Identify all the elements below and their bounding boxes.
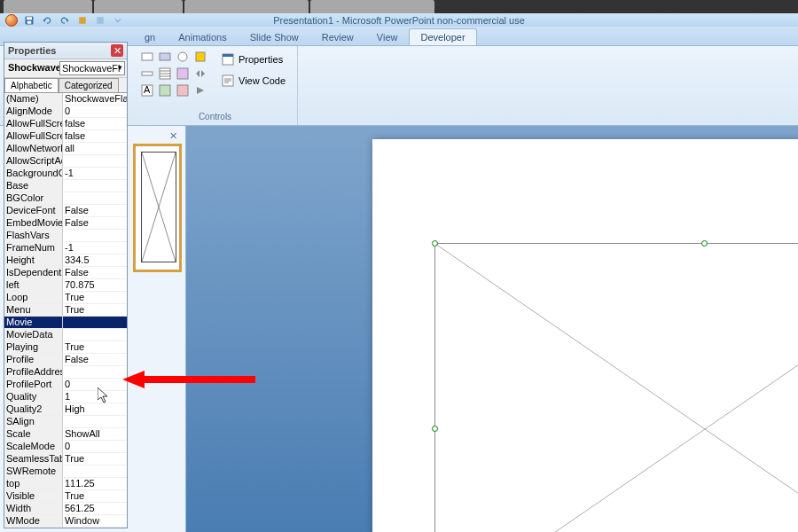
property-row[interactable]: MenuTrue bbox=[4, 304, 127, 317]
ribbon-tab-view[interactable]: View bbox=[365, 28, 410, 45]
view-code-button[interactable]: View Code bbox=[216, 71, 290, 90]
slide-thumbnail[interactable] bbox=[133, 144, 182, 272]
property-value[interactable] bbox=[63, 192, 127, 205]
ribbon-tab-design[interactable]: gn bbox=[133, 28, 167, 45]
property-value[interactable]: False bbox=[63, 267, 127, 279]
property-value[interactable] bbox=[63, 317, 127, 329]
property-row[interactable]: PlayingTrue bbox=[4, 341, 127, 354]
property-value[interactable]: false bbox=[63, 118, 127, 130]
object-type-dropdown[interactable]: ShockwaveFl bbox=[59, 61, 125, 75]
browser-tab[interactable] bbox=[94, 0, 183, 13]
property-value[interactable]: 111.25 bbox=[63, 478, 127, 490]
property-row[interactable]: BackgroundColo-1 bbox=[4, 168, 127, 180]
control-icon[interactable] bbox=[158, 83, 172, 98]
property-row[interactable]: MovieData bbox=[4, 329, 127, 341]
property-value[interactable]: -1 bbox=[63, 168, 127, 180]
property-value[interactable]: 70.875 bbox=[63, 279, 127, 292]
resize-handle[interactable] bbox=[432, 426, 438, 432]
property-row[interactable]: top111.25 bbox=[4, 478, 127, 490]
qat-icon[interactable] bbox=[94, 14, 106, 27]
undo-icon[interactable] bbox=[41, 14, 53, 27]
browser-tab[interactable] bbox=[310, 0, 434, 13]
property-value[interactable] bbox=[63, 155, 127, 168]
property-value[interactable]: True bbox=[63, 490, 127, 503]
property-value[interactable]: all bbox=[63, 143, 127, 155]
slide-canvas[interactable] bbox=[186, 126, 798, 532]
property-value[interactable]: 0 bbox=[63, 441, 127, 453]
property-row[interactable]: Movie bbox=[4, 317, 127, 329]
qat-dropdown-icon[interactable] bbox=[112, 14, 124, 27]
property-value[interactable]: False bbox=[63, 205, 127, 217]
property-row[interactable]: LoopTrue bbox=[4, 292, 127, 304]
property-row[interactable]: ScaleMode0 bbox=[4, 441, 127, 453]
property-value[interactable]: True bbox=[63, 453, 127, 466]
ribbon-tab-animations[interactable]: Animations bbox=[167, 28, 238, 45]
property-value[interactable]: False bbox=[63, 354, 127, 366]
property-value[interactable]: -1 bbox=[63, 242, 127, 254]
property-row[interactable]: ProfileAddress bbox=[4, 366, 127, 379]
property-value[interactable] bbox=[63, 180, 127, 192]
resize-handle[interactable] bbox=[701, 240, 708, 246]
property-value[interactable]: false bbox=[63, 130, 127, 143]
property-value[interactable] bbox=[63, 230, 127, 242]
property-row[interactable]: AllowFullScreenfalse bbox=[4, 118, 127, 130]
redo-icon[interactable] bbox=[59, 14, 71, 27]
control-icon[interactable] bbox=[140, 50, 154, 64]
control-icon[interactable]: A bbox=[140, 83, 154, 98]
properties-object-selector[interactable]: ShockwaveF ShockwaveFl bbox=[4, 59, 127, 78]
control-icon[interactable] bbox=[193, 83, 207, 98]
control-icon[interactable] bbox=[193, 66, 207, 81]
property-value[interactable]: ShowAll bbox=[63, 428, 127, 441]
properties-button[interactable]: Properties bbox=[216, 50, 290, 69]
office-button[interactable] bbox=[5, 14, 18, 27]
property-value[interactable]: 561.25 bbox=[63, 503, 127, 515]
property-value[interactable]: 0 bbox=[63, 379, 127, 391]
property-row[interactable]: Quality1 bbox=[4, 391, 127, 403]
property-row[interactable]: Quality2High bbox=[4, 403, 127, 416]
property-value[interactable] bbox=[63, 329, 127, 341]
property-row[interactable]: SWRemote bbox=[4, 466, 127, 478]
property-row[interactable]: left70.875 bbox=[4, 279, 127, 292]
properties-titlebar[interactable]: Properties ✕ bbox=[4, 43, 127, 59]
flash-placeholder[interactable] bbox=[434, 243, 798, 532]
tab-alphabetic[interactable]: Alphabetic bbox=[4, 78, 59, 92]
control-icon[interactable] bbox=[176, 50, 190, 64]
control-icon[interactable] bbox=[176, 83, 190, 98]
property-value[interactable] bbox=[63, 366, 127, 379]
qat-icon[interactable] bbox=[76, 14, 89, 27]
control-icon[interactable] bbox=[193, 50, 207, 64]
property-value[interactable] bbox=[63, 416, 127, 428]
property-row[interactable]: ScaleShowAll bbox=[4, 428, 127, 441]
property-row[interactable]: WModeWindow bbox=[4, 515, 127, 528]
browser-tab[interactable] bbox=[184, 0, 309, 13]
property-row[interactable]: ProfilePort0 bbox=[4, 379, 127, 391]
control-icon[interactable] bbox=[158, 50, 172, 64]
property-row[interactable]: Base bbox=[4, 180, 127, 192]
control-icon[interactable] bbox=[158, 66, 172, 81]
property-value[interactable]: True bbox=[63, 341, 127, 354]
property-row[interactable]: AlignMode0 bbox=[4, 106, 127, 118]
property-row[interactable]: Width561.25 bbox=[4, 503, 127, 515]
property-row[interactable]: ProfileFalse bbox=[4, 354, 127, 366]
properties-grid[interactable]: (Name)ShockwaveFlaAlignMode0AllowFullScr… bbox=[4, 92, 127, 528]
control-icon[interactable] bbox=[176, 66, 190, 81]
property-value[interactable]: ShockwaveFla bbox=[63, 93, 127, 106]
property-row[interactable]: DeviceFontFalse bbox=[4, 205, 127, 217]
property-value[interactable]: True bbox=[63, 292, 127, 304]
resize-handle[interactable] bbox=[432, 240, 438, 246]
property-row[interactable]: BGColor bbox=[4, 192, 127, 205]
ribbon-tab-slideshow[interactable]: Slide Show bbox=[239, 28, 310, 45]
property-row[interactable]: (Name)ShockwaveFla bbox=[4, 93, 127, 106]
tab-categorized[interactable]: Categorized bbox=[59, 78, 119, 92]
control-icon[interactable] bbox=[140, 66, 154, 81]
property-row[interactable]: EmbedMovieFalse bbox=[4, 217, 127, 230]
property-row[interactable]: AllowFullScreenfalse bbox=[4, 130, 127, 143]
property-value[interactable]: 334.5 bbox=[63, 254, 127, 267]
property-row[interactable]: SAlign bbox=[4, 416, 127, 428]
property-value[interactable]: Window bbox=[63, 515, 127, 528]
property-value[interactable] bbox=[63, 466, 127, 478]
close-icon[interactable]: ✕ bbox=[166, 129, 180, 143]
property-value[interactable]: False bbox=[63, 217, 127, 230]
property-row[interactable]: SeamlessTabbinTrue bbox=[4, 453, 127, 466]
property-value[interactable]: 0 bbox=[63, 106, 127, 118]
